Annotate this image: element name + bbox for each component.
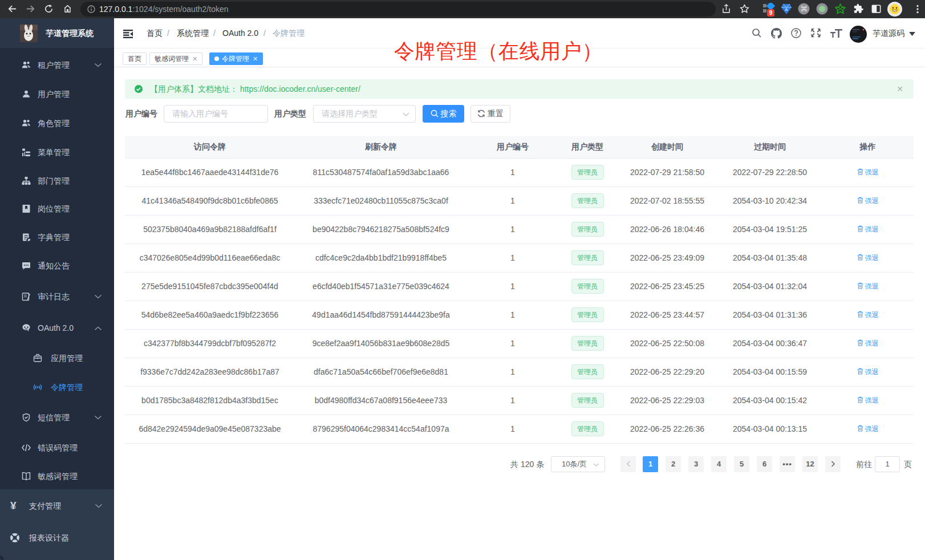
svg-text:9: 9 (769, 10, 773, 16)
svg-text:⌘: ⌘ (800, 5, 808, 13)
